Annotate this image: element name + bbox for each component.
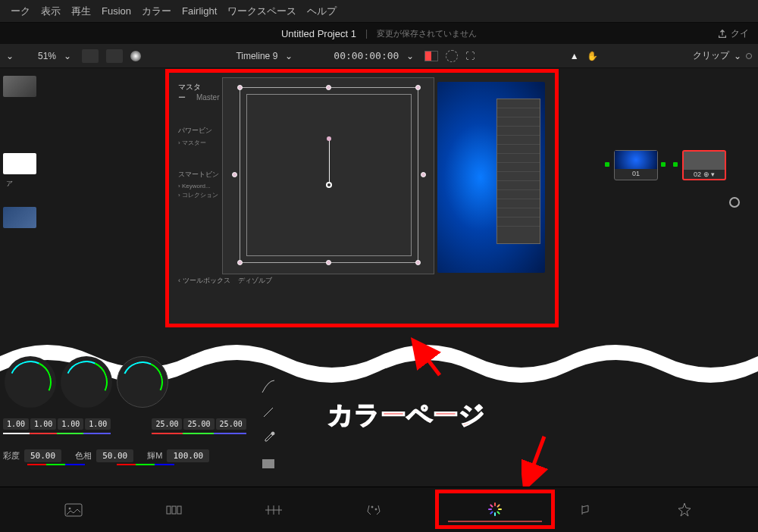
chevron-down-icon[interactable]: ⌄ <box>64 51 74 61</box>
hand-icon[interactable]: ✋ <box>587 51 598 61</box>
color-wheel-icon <box>488 502 502 516</box>
annotation-red-box-color-page <box>435 490 555 529</box>
menu-item[interactable]: ヘルプ <box>307 5 337 18</box>
cut-page-button[interactable] <box>156 496 191 524</box>
line-tool-icon[interactable] <box>258 402 279 423</box>
fairlight-page-button[interactable] <box>567 496 602 524</box>
layout-button[interactable] <box>82 49 99 63</box>
record-icon[interactable] <box>424 51 438 61</box>
menu-item[interactable]: カラー <box>142 5 171 18</box>
grid-button[interactable] <box>106 49 123 63</box>
color-wheels-panel: 1.00 1.00 1.00 1.00 25.00 25.00 25.00 <box>0 371 250 465</box>
page-navigation <box>0 487 758 532</box>
menu-item[interactable]: ワークスペース <box>227 5 296 18</box>
media-thumb[interactable] <box>3 76 36 97</box>
chevron-down-icon[interactable]: ⌄ <box>406 51 417 61</box>
resize-handle[interactable] <box>415 85 421 90</box>
lum-label: 輝M <box>147 450 162 462</box>
value-field[interactable]: 1.00 <box>58 418 83 430</box>
node-02[interactable]: 02 ⊕ ▾ <box>682 150 726 180</box>
color-wheel[interactable] <box>5 356 56 408</box>
resize-handle[interactable] <box>237 260 243 265</box>
menu-item[interactable]: Fairlight <box>182 5 217 17</box>
menu-item[interactable]: Fusion <box>102 5 131 17</box>
value-field[interactable]: 1.00 <box>85 418 111 430</box>
svg-rect-10 <box>172 506 176 514</box>
value-field[interactable]: 25.00 <box>216 418 246 430</box>
viewer-toolbar: ⌄ 51% ⌄ Timeline 9 ⌄ 00:00:00:00 ⌄ ⛶ ▲ ✋… <box>0 44 758 68</box>
context-menu[interactable] <box>496 99 540 244</box>
node-option[interactable] <box>729 197 740 208</box>
expand-icon[interactable]: ⛶ <box>465 51 475 61</box>
clip-dropdown[interactable]: クリップ ⌄ <box>693 49 752 62</box>
toolbar-timecode[interactable]: 00:00:00:00 <box>334 50 399 61</box>
resize-handle[interactable] <box>326 85 331 90</box>
hue-label: 色相 <box>75 450 92 462</box>
eyedropper-icon[interactable] <box>258 427 279 449</box>
viewer-window: マスター Master パワービン › マスター スマートビン › Keywor… <box>169 73 555 324</box>
save-status: 変更が保存されていません <box>377 28 477 39</box>
menu-item[interactable]: ーク <box>11 5 30 18</box>
qualifier-tools <box>258 371 318 479</box>
svg-line-5 <box>415 343 440 375</box>
color-wheel[interactable] <box>117 356 168 408</box>
resize-handle[interactable] <box>421 172 426 177</box>
chevron-down-icon: ⌄ <box>734 51 741 61</box>
saturation-label: 彩度 <box>3 450 20 462</box>
share-icon <box>717 29 728 39</box>
svg-point-16 <box>371 506 373 508</box>
svg-line-6 <box>526 437 544 485</box>
power-window-rect[interactable] <box>240 87 418 263</box>
svg-point-3 <box>271 432 274 435</box>
pointer-icon[interactable]: ▲ <box>570 51 579 61</box>
menu-item[interactable]: 表示 <box>41 5 61 18</box>
media-thumb[interactable] <box>3 153 36 174</box>
svg-rect-9 <box>167 506 171 514</box>
zoom-level[interactable]: 51% <box>38 51 56 61</box>
deliver-page-button[interactable] <box>667 496 702 524</box>
project-title-bar: Untitled Project 1 | 変更が保存されていません クイ <box>0 23 758 44</box>
svg-rect-7 <box>65 504 82 516</box>
color-wheel[interactable] <box>61 356 112 408</box>
node-preview <box>437 82 545 273</box>
saturation-value[interactable]: 50.00 <box>24 449 61 462</box>
node-01[interactable]: 01 <box>614 150 658 180</box>
timeline-name[interactable]: Timeline 9 <box>236 51 277 61</box>
value-field[interactable]: 25.00 <box>152 418 182 430</box>
rect-tool-icon[interactable] <box>258 453 279 474</box>
menu-item[interactable]: 再生 <box>71 5 91 18</box>
annotation-label: カラーページ <box>327 398 485 433</box>
media-thumb[interactable] <box>3 207 36 228</box>
svg-rect-4 <box>262 459 274 468</box>
svg-line-2 <box>264 408 273 417</box>
resize-handle[interactable] <box>415 260 421 265</box>
value-field[interactable]: 1.00 <box>30 418 56 430</box>
media-thumbnails: ア <box>0 76 45 233</box>
svg-point-8 <box>69 508 70 509</box>
chevron-down-icon[interactable]: ⌄ <box>6 51 17 61</box>
resize-handle[interactable] <box>232 172 237 177</box>
media-page-button[interactable] <box>56 496 91 524</box>
annotation-arrow <box>409 337 447 383</box>
curve-tool-icon[interactable] <box>258 376 279 397</box>
svg-rect-11 <box>177 506 181 514</box>
resize-handle[interactable] <box>237 85 243 90</box>
viewer-canvas[interactable] <box>222 77 434 274</box>
chevron-down-icon[interactable]: ⌄ <box>285 51 296 61</box>
annotation-arrow <box>522 432 559 493</box>
hue-value[interactable]: 50.00 <box>96 449 133 462</box>
value-field[interactable]: 25.00 <box>183 418 214 430</box>
share-button[interactable]: クイ <box>717 27 749 40</box>
edit-page-button[interactable] <box>256 496 291 524</box>
bypass-icon[interactable] <box>446 50 458 62</box>
project-title: Untitled Project 1 <box>281 28 356 39</box>
node-graph[interactable]: 01 02 ⊕ ▾ <box>600 144 752 205</box>
center-handle[interactable] <box>326 182 332 188</box>
value-field[interactable]: 1.00 <box>3 418 29 430</box>
resize-handle[interactable] <box>326 260 331 265</box>
svg-point-17 <box>375 509 377 510</box>
lum-value[interactable]: 100.00 <box>167 449 209 462</box>
scope-icon[interactable] <box>130 51 141 61</box>
fusion-page-button[interactable] <box>356 496 391 524</box>
main-menu-bar: ーク 表示 再生 Fusion カラー Fairlight ワークスペース ヘル… <box>0 0 758 23</box>
